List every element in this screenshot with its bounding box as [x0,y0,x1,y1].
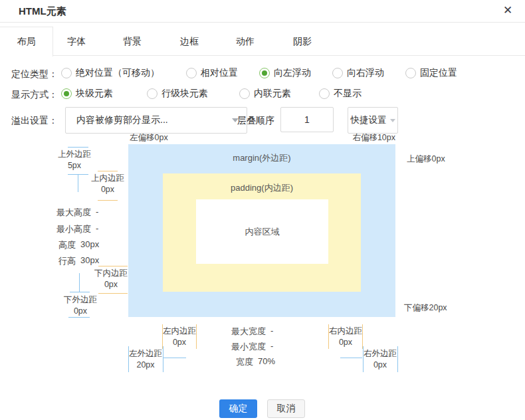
margin-left-tick-line [163,358,186,358]
margin-top-tick-line [68,147,88,148]
radio-option-inline-block[interactable]: 行级块元素 [147,88,208,100]
padding-box: padding(内边距) 内容区域 [163,173,361,292]
quick-settings-select[interactable]: 快捷设置 [348,107,398,134]
line-height-label: 行高 [58,255,76,267]
margin-top-value: 5px [56,160,93,171]
tab-background[interactable]: 背景 [123,36,142,48]
tab-bar: 布局 字体 背景 边框 动作 阴影 [0,23,525,56]
radio-option-float-left[interactable]: 向左浮动 [259,67,311,79]
tab-border[interactable]: 边框 [180,36,199,48]
margin-right-value: 0px [362,360,399,371]
margin-left-value: 20px [127,360,164,371]
padding-box-label: padding(内边距) [163,173,361,194]
close-icon[interactable]: ✕ [500,3,515,17]
padding-bottom-tick-line [98,266,128,266]
max-height-row: 最大高度 - [56,207,98,219]
content-box: 内容区域 [196,199,328,264]
margin-bottom-tick-line [79,273,80,292]
margin-box-label: margin(外边距) [128,144,395,164]
padding-right-value: 0px [327,337,364,348]
padding-top-tick-line [98,171,118,171]
radio-label: 不显示 [334,88,362,100]
tab-action[interactable]: 动作 [236,36,255,48]
margin-bottom-value: 0px [62,306,99,317]
radio-icon [319,88,330,99]
margin-bottom-label: 下外边距 0px [62,294,99,317]
radio-label: 固定位置 [420,67,457,79]
radio-label: 块级元素 [76,88,113,100]
margin-box: margin(外边距) padding(内边距) 内容区域 [128,144,395,317]
min-width-value: - [270,341,273,353]
padding-right-text: 右内边距 [327,326,364,337]
padding-left-label: 左内边距 0px [161,326,198,348]
radio-option-float-right[interactable]: 向右浮动 [332,67,384,79]
radio-label: 向右浮动 [347,67,384,79]
max-width-label: 最大宽度 [231,326,266,338]
radio-option-none[interactable]: 不显示 [319,88,362,100]
offset-right-label: 右偏移10px [346,132,395,144]
radio-icon [186,68,197,78]
radio-icon [239,88,250,99]
max-width-row: 最大宽度 - [231,326,273,338]
padding-top-tick-line [98,200,118,201]
confirm-button[interactable]: 确定 [219,399,257,418]
radio-option-relative[interactable]: 相对位置 [186,67,238,79]
min-width-label: 最小宽度 [231,341,266,353]
radio-icon [332,68,343,78]
min-width-row: 最小宽度 - [231,341,273,353]
radio-label: 行级块元素 [161,88,208,100]
height-label: 高度 [58,239,76,251]
padding-bottom-tick-line [98,293,128,294]
cancel-button[interactable]: 取消 [267,399,305,418]
dialog-title: HTML元素 [19,5,66,18]
width-value: 70% [258,356,275,368]
z-index-label: 层叠顺序 [237,115,274,127]
width-row: 宽度 70% [236,356,275,368]
padding-left-value: 0px [161,337,198,348]
radio-option-block[interactable]: 块级元素 [61,88,113,100]
line-height-value: 30px [80,255,99,267]
padding-top-label: 上内边距 0px [89,173,126,195]
padding-left-text: 左内边距 [161,326,198,337]
html-element-dialog: HTML元素 ✕ 布局 字体 背景 边框 动作 阴影 定位类型： 绝对位置（可移… [0,0,525,420]
padding-right-label: 右内边距 0px [327,326,364,348]
tab-shadow[interactable]: 阴影 [293,36,312,48]
z-index-input[interactable] [280,107,334,132]
quick-settings-value: 快捷设置 [351,114,387,126]
min-height-label: 最小高度 [56,223,91,235]
overflow-select-value: 内容被修剪部分显示... [76,114,168,126]
offset-bottom-label: 下偏移20px [404,302,447,314]
max-width-value: - [270,326,273,338]
margin-left-label: 左外边距 20px [127,348,164,371]
radio-label: 内联元素 [254,88,291,100]
overflow-select[interactable]: 内容被修剪部分显示... [65,107,247,134]
chevron-down-icon [390,119,395,122]
radio-label: 相对位置 [201,67,238,79]
max-height-label: 最大高度 [56,207,91,219]
margin-bottom-text: 下外边距 [62,294,99,306]
margin-right-text: 右外边距 [362,348,399,360]
min-height-row: 最小高度 - [56,223,98,235]
margin-top-label: 上外边距 5px [56,149,93,171]
radio-icon [147,88,158,99]
radio-option-absolute[interactable]: 绝对位置（可移动） [61,67,159,79]
max-height-value: - [96,207,98,219]
radio-icon [61,68,72,78]
padding-top-value: 0px [89,184,126,195]
margin-left-text: 左外边距 [127,348,164,360]
line-height-row: 行高 30px [58,255,99,267]
width-label: 宽度 [236,356,253,368]
radio-option-fixed[interactable]: 固定位置 [405,67,457,79]
height-value: 30px [80,239,99,251]
position-type-label: 定位类型： [11,68,58,80]
radio-option-inline[interactable]: 内联元素 [239,88,291,100]
display-mode-label: 显示方式： [11,89,58,101]
radio-selected-icon [61,88,72,99]
tab-font[interactable]: 字体 [67,36,86,48]
tab-layout[interactable]: 布局 [0,27,53,56]
offset-top-label: 上偏移0px [407,154,445,165]
min-height-value: - [96,223,98,235]
margin-right-label: 右外边距 0px [362,348,399,371]
padding-bottom-value: 0px [92,279,130,290]
content-box-label: 内容区域 [245,226,280,238]
